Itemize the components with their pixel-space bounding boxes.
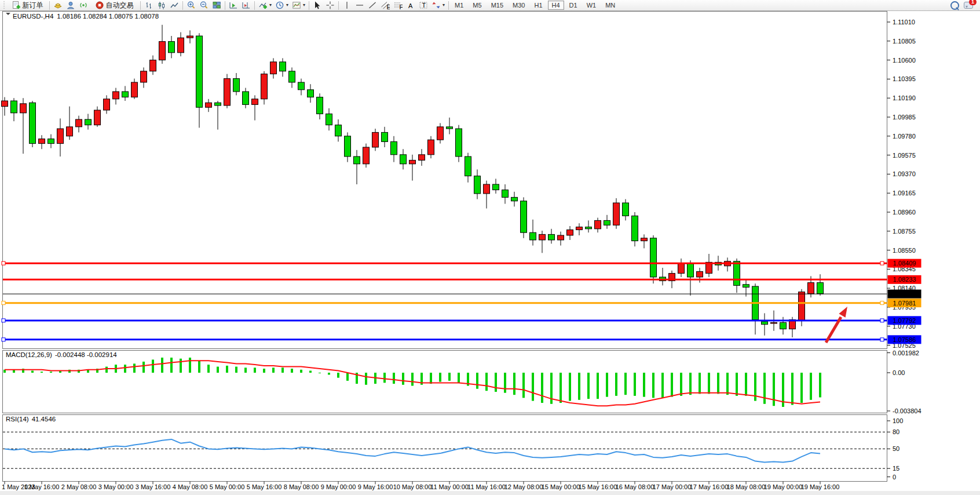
macd-histogram-bar [485, 373, 488, 391]
chart-canvas: 1.110101.108051.106001.103951.101901.099… [0, 0, 980, 495]
macd-histogram-bar [819, 373, 821, 398]
svg-text:A: A [408, 2, 413, 9]
auto-scroll-button[interactable] [227, 1, 240, 10]
candle-down [456, 129, 462, 156]
new-order-button[interactable]: 新订单 [7, 1, 47, 10]
cursor-button[interactable] [311, 1, 324, 10]
timeframe-button-H4[interactable]: H4 [548, 1, 564, 10]
candle-up [270, 62, 277, 74]
toolbar-separator [448, 1, 449, 10]
candle-up [113, 92, 119, 99]
candle-up [771, 322, 777, 323]
bottom-strip [0, 491, 980, 495]
chart-symbol-line: EURUSD-,H41.08186 1.08284 1.08075 1.0807… [6, 13, 159, 20]
macd-histogram-bar [726, 373, 729, 395]
timeframe-button-W1[interactable]: W1 [583, 1, 601, 10]
time-axis-label: 5 May 16:00 [247, 483, 282, 490]
candle-up [67, 127, 73, 136]
line-handle-left[interactable] [2, 319, 5, 322]
candle-down [502, 190, 509, 198]
line-handle-right[interactable] [880, 301, 884, 305]
candle-down [400, 155, 407, 164]
macd-histogram-bar [309, 371, 312, 373]
symbol-dropdown-icon[interactable] [6, 13, 10, 17]
candle-down [586, 227, 592, 229]
candle-down [11, 101, 17, 113]
chart-shift-button[interactable] [240, 1, 253, 10]
timeframe-button-M15[interactable]: M15 [487, 1, 507, 10]
candle-up [178, 38, 184, 53]
fibonacci-button[interactable]: F [392, 1, 404, 10]
indicators-button[interactable]: ▾ [257, 1, 273, 10]
macd-histogram-bar [810, 373, 812, 400]
line-handle-right[interactable] [880, 261, 884, 265]
autotrading-button[interactable]: 自动交易 [90, 1, 138, 10]
candle-up [678, 263, 685, 274]
toolbar-grip [3, 1, 6, 9]
macd-histogram-bar [263, 369, 265, 373]
macd-histogram-bar [504, 373, 506, 393]
search-icon[interactable] [950, 1, 959, 10]
autotrading-icon [95, 1, 104, 10]
line-handle-left[interactable] [2, 301, 5, 305]
person-icon [66, 1, 75, 10]
time-axis-label: 11 May 00:00 [430, 483, 469, 490]
arrows-button[interactable]: ▾ [430, 1, 447, 10]
bar-chart-button[interactable] [142, 1, 155, 10]
horizontal-line-button[interactable] [353, 1, 366, 10]
timeframe-button-M5[interactable]: M5 [469, 1, 485, 10]
macd-histogram-bar [587, 373, 590, 399]
vertical-line-button[interactable] [341, 1, 353, 10]
candle-down [196, 36, 203, 107]
zoom-in-button[interactable] [185, 1, 198, 10]
candle-up [76, 119, 82, 127]
text-button[interactable]: A [404, 1, 417, 10]
macd-histogram-bar [689, 373, 692, 395]
candle-down [308, 90, 314, 97]
timeframe-button-M1[interactable]: M1 [451, 1, 467, 10]
candlestick-chart-button[interactable] [155, 1, 168, 10]
candle-down [762, 322, 768, 325]
candle-up [252, 99, 258, 105]
text-label-button[interactable]: T [417, 1, 430, 10]
macd-histogram-bar [31, 371, 34, 373]
notifications-button[interactable]: 1 [964, 1, 974, 10]
community-button[interactable] [64, 1, 77, 10]
candle-down [30, 103, 36, 143]
price-axis-label: 1.08960 [893, 209, 916, 216]
line-handle-right[interactable] [880, 319, 884, 322]
tile-windows-button[interactable] [210, 1, 223, 10]
timeframe-button-H1[interactable]: H1 [530, 1, 546, 10]
crosshair-button[interactable] [324, 1, 337, 10]
macd-histogram-bar [383, 373, 386, 383]
time-axis-label: 17 May 00:00 [653, 483, 692, 490]
line-handle-right[interactable] [880, 338, 884, 341]
zoom-out-button[interactable] [198, 1, 210, 10]
trendline-button[interactable] [366, 1, 379, 10]
periods-button[interactable]: ▾ [273, 1, 290, 10]
toolbar-separator [49, 1, 50, 10]
dropdown-caret-icon: ▾ [286, 3, 288, 8]
channel-button[interactable]: E [379, 1, 392, 10]
macd-histogram-bar [161, 358, 163, 373]
line-handle-left[interactable] [2, 338, 5, 341]
candle-up [419, 155, 425, 161]
timeframe-button-D1[interactable]: D1 [565, 1, 582, 10]
macd-name: MACD(12,26,9) [6, 351, 52, 358]
macd-histogram-bar [671, 373, 673, 397]
timeframe-button-MN[interactable]: MN [601, 1, 619, 10]
time-axis-label: 17 May 16:00 [690, 483, 729, 490]
equidistant-channel-icon: E [381, 1, 390, 10]
time-axis-label: 5 May 00:00 [210, 483, 245, 490]
macd-histogram-bar [319, 373, 321, 373]
text-label-icon: T [419, 1, 428, 10]
candle-up [641, 238, 648, 241]
templates-button[interactable]: ▾ [290, 1, 307, 10]
line-handle-left[interactable] [2, 261, 5, 265]
timeframe-button-M30[interactable]: M30 [509, 1, 529, 10]
macd-histogram-bar [337, 373, 339, 378]
chart-shift-icon [242, 1, 251, 10]
line-chart-button[interactable] [168, 1, 181, 10]
signals-button[interactable] [77, 1, 90, 10]
deposit-button[interactable] [52, 1, 64, 10]
